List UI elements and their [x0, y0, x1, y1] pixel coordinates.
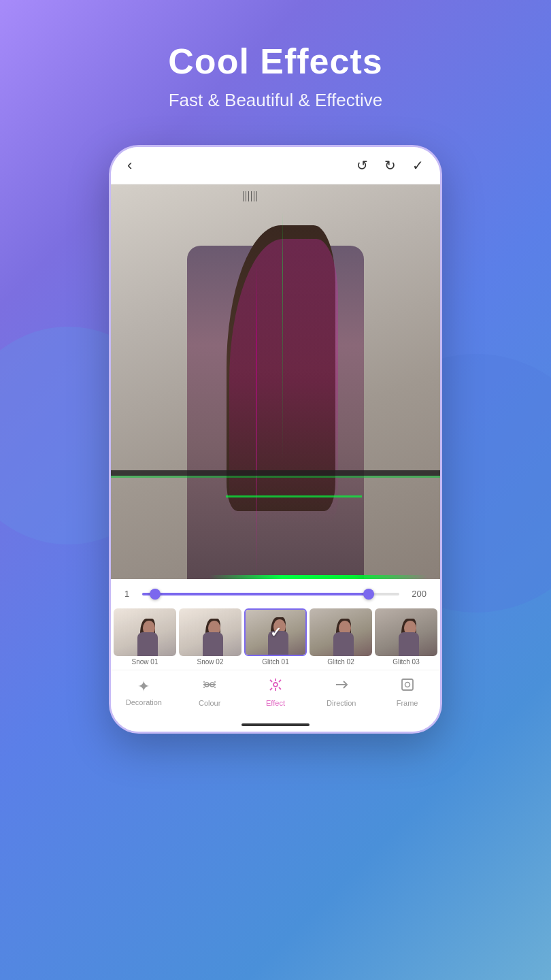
- frame-icon: [400, 677, 415, 696]
- slider-max-label: 200: [406, 589, 427, 599]
- glitch-green-line: [210, 575, 427, 579]
- main-title: Cool Effects: [168, 41, 382, 82]
- slider-section: 1 200: [111, 579, 440, 608]
- svg-line-11: [279, 687, 281, 689]
- phone-frame: ‹ ↺ ↻ ✓ 1: [109, 145, 442, 734]
- topbar-actions: ↺ ↻ ✓: [356, 157, 424, 174]
- nav-colour[interactable]: Colour: [177, 677, 243, 707]
- decoration-icon: ✦: [137, 678, 150, 696]
- colour-icon: [202, 677, 217, 696]
- thumb-glitch-02-label: Glitch 02: [327, 658, 354, 666]
- undo-button[interactable]: ↺: [356, 157, 368, 174]
- thumb-glitch-02-img: [310, 608, 372, 656]
- thumb-snow-01-label: Snow 01: [132, 658, 158, 666]
- thumb-glitch-01-label: Glitch 01: [262, 658, 288, 666]
- thumb-glitch-03-img: [375, 608, 437, 656]
- svg-point-16: [405, 683, 410, 687]
- redo-button[interactable]: ↻: [384, 157, 396, 174]
- nav-frame[interactable]: Frame: [374, 677, 440, 707]
- svg-line-10: [270, 688, 272, 690]
- svg-point-13: [273, 683, 278, 687]
- sub-title: Fast & Beautiful & Effective: [168, 90, 382, 111]
- glitch-ticks: [243, 191, 257, 201]
- thumb-snow-01-img: [114, 608, 176, 656]
- slider-thumb-right[interactable]: [363, 589, 374, 600]
- glitch-magenta-overlay: [229, 239, 338, 525]
- decoration-label: Decoration: [126, 698, 162, 706]
- slider-fill: [142, 593, 369, 595]
- effect-label: Effect: [266, 699, 285, 707]
- thumb-snow-01[interactable]: Snow 01: [114, 608, 176, 666]
- nav-decoration[interactable]: ✦ Decoration: [111, 678, 177, 706]
- thumb-glitch-03[interactable]: Glitch 03: [375, 608, 437, 666]
- nav-direction[interactable]: Direction: [308, 677, 374, 707]
- thumb-glitch-01-img: ✓: [244, 608, 307, 656]
- glitch-hbar-2: [111, 476, 440, 478]
- home-indicator: [111, 718, 440, 732]
- confirm-button[interactable]: ✓: [412, 157, 424, 174]
- bottom-nav: ✦ Decoration Colour: [111, 670, 440, 718]
- photo-area: [111, 184, 440, 579]
- thumb-snow-02-label: Snow 02: [197, 658, 224, 666]
- home-bar: [241, 723, 310, 726]
- frame-label: Frame: [397, 699, 418, 707]
- glitch-green-line-2: [226, 495, 362, 497]
- thumb-glitch-01[interactable]: ✓ Glitch 01: [244, 608, 307, 666]
- direction-icon: [334, 677, 349, 696]
- direction-label: Direction: [327, 699, 356, 707]
- colour-label: Colour: [199, 699, 220, 707]
- svg-line-12: [270, 680, 272, 682]
- slider-thumb-left[interactable]: [150, 589, 161, 600]
- slider-track[interactable]: [142, 593, 399, 595]
- svg-rect-15: [402, 679, 413, 690]
- thumb-snow-02-img: [179, 608, 241, 656]
- effect-icon: [268, 677, 283, 696]
- glitch-vline-2: [282, 184, 283, 461]
- glitch-hbar-1: [111, 470, 440, 476]
- nav-effect[interactable]: Effect: [243, 677, 309, 707]
- svg-line-9: [279, 680, 281, 682]
- thumb-checkmark: ✓: [270, 624, 282, 640]
- header-section: Cool Effects Fast & Beautiful & Effectiv…: [168, 0, 382, 131]
- thumb-glitch-03-label: Glitch 03: [393, 658, 419, 666]
- thumb-glitch-02[interactable]: Glitch 02: [310, 608, 372, 666]
- thumb-snow-02[interactable]: Snow 02: [179, 608, 241, 666]
- glitch-vline-1: [256, 184, 257, 579]
- back-button[interactable]: ‹: [127, 157, 132, 174]
- thumbnails-row: Snow 01 Snow 02 ✓: [111, 608, 440, 670]
- slider-min-label: 1: [124, 589, 135, 599]
- phone-topbar: ‹ ↺ ↻ ✓: [111, 147, 440, 184]
